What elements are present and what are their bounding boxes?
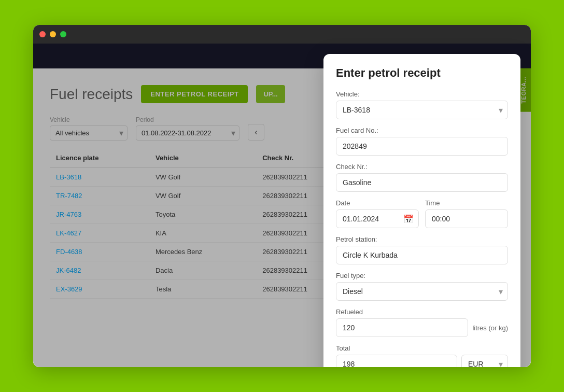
vehicle-label: Vehicle:: [336, 90, 508, 98]
fuel-type-select[interactable]: Diesel Gasoline: [336, 282, 508, 301]
fuel-type-form-group: Fuel type: Diesel Gasoline: [336, 272, 508, 301]
station-label: Petrol station:: [336, 235, 508, 243]
check-input[interactable]: Gasoline: [336, 173, 508, 192]
station-input[interactable]: [336, 246, 508, 264]
minimize-dot[interactable]: [50, 31, 56, 37]
currency-select-wrapper: EUR USD: [461, 355, 508, 367]
fuel-card-label: Fuel card No.:: [336, 127, 508, 134]
browser-chrome: [33, 25, 531, 44]
total-form-group: Total EUR USD: [336, 344, 508, 367]
currency-select[interactable]: EUR USD: [461, 355, 508, 367]
total-input[interactable]: [336, 355, 457, 367]
maximize-dot[interactable]: [60, 31, 66, 37]
total-inline-group: EUR USD: [336, 355, 508, 367]
refueled-input[interactable]: [336, 318, 468, 337]
time-input[interactable]: [425, 209, 508, 228]
refueled-form-group: Refueled litres (or kg): [336, 308, 508, 337]
refueled-unit: litres (or kg): [472, 324, 508, 332]
close-dot[interactable]: [39, 31, 46, 37]
vehicle-form-group: Vehicle: LB-3618: [336, 90, 508, 119]
modal-overlay: Enter petrol receipt Vehicle: LB-3618 Fu…: [33, 44, 531, 367]
vehicle-select-wrapper: LB-3618: [336, 101, 508, 119]
time-label: Time: [425, 199, 508, 207]
station-form-group: Petrol station:: [336, 235, 508, 264]
modal-title: Enter petrol receipt: [336, 66, 508, 80]
check-label: Check Nr.:: [336, 163, 508, 171]
date-input[interactable]: [336, 209, 419, 228]
refueled-inline-group: litres (or kg): [336, 318, 508, 337]
enter-petrol-receipt-modal: Enter petrol receipt Vehicle: LB-3618 Fu…: [323, 54, 520, 367]
date-time-row: Date 📅 Time: [336, 199, 508, 235]
fuel-type-select-wrapper: Diesel Gasoline: [336, 282, 508, 301]
vehicle-select[interactable]: LB-3618: [336, 101, 508, 119]
fuel-card-form-group: Fuel card No.: 202849: [336, 127, 508, 156]
check-form-group: Check Nr.: Gasoline: [336, 163, 508, 192]
fuel-type-label: Fuel type:: [336, 272, 508, 279]
time-form-group: Time: [425, 199, 508, 228]
date-form-group: Date 📅: [336, 199, 419, 228]
fuel-card-input[interactable]: 202849: [336, 137, 508, 156]
total-label: Total: [336, 344, 508, 352]
date-label: Date: [336, 199, 419, 207]
date-input-wrapper: 📅: [336, 209, 419, 228]
refueled-label: Refueled: [336, 308, 508, 316]
